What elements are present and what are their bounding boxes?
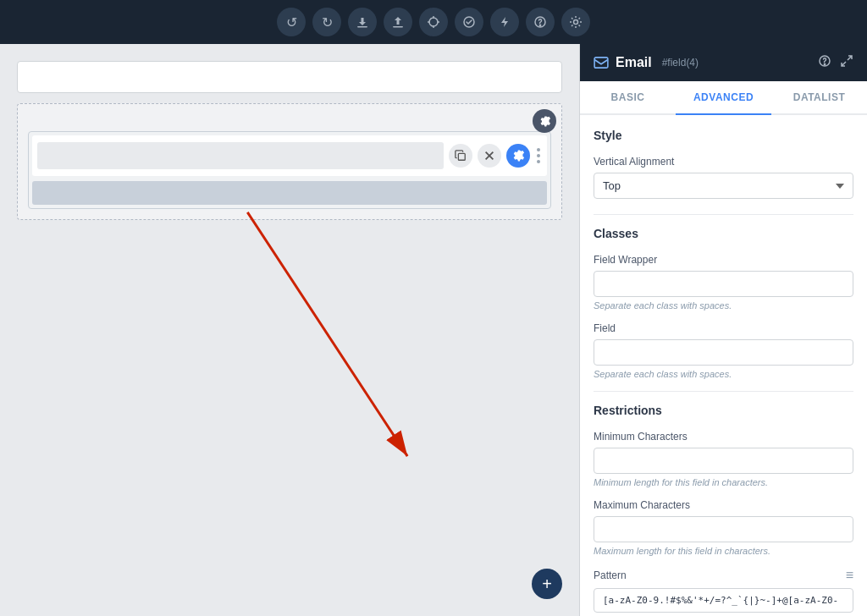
- delete-button[interactable]: [478, 144, 501, 168]
- panel-header-icons: [818, 54, 853, 71]
- svg-rect-0: [357, 26, 367, 28]
- svg-line-15: [247, 212, 407, 456]
- min-chars-label: Minimum Characters: [594, 431, 853, 443]
- max-chars-label: Maximum Characters: [594, 499, 853, 511]
- field-class-input[interactable]: [594, 339, 853, 366]
- pattern-label: Pattern: [594, 569, 627, 581]
- field-input-mock: [37, 142, 444, 169]
- field-settings-button[interactable]: [506, 144, 530, 168]
- field-row: [32, 135, 547, 176]
- panel-header: Email #field(4): [580, 44, 867, 81]
- field-class-hint: Separate each class with spaces.: [594, 369, 853, 379]
- svg-point-10: [574, 20, 578, 25]
- min-chars-hint: Minimum length for this field in charact…: [594, 477, 853, 487]
- section-gear-button[interactable]: [533, 109, 556, 133]
- upload-button[interactable]: [384, 8, 412, 36]
- panel-title: Email: [616, 55, 652, 70]
- svg-rect-11: [458, 153, 465, 160]
- form-section: [17, 103, 562, 220]
- panel-field-id: #field(4): [662, 57, 699, 69]
- panel-title-area: Email #field(4): [594, 55, 699, 70]
- validate-button[interactable]: [455, 8, 483, 36]
- vertical-alignment-select[interactable]: Top Middle Bottom: [594, 173, 853, 199]
- pattern-header: Pattern ≡: [594, 568, 853, 583]
- main-area: + Email #field(4): [0, 44, 867, 616]
- field-wrapper-hint: Separate each class with spaces.: [594, 300, 853, 311]
- canvas-area: +: [0, 44, 579, 616]
- field-wrapper-label: Field Wrapper: [594, 254, 853, 266]
- redo-button[interactable]: ↻: [312, 8, 341, 36]
- field-wrapper-input[interactable]: [594, 271, 853, 297]
- tab-basic[interactable]: BASIC: [580, 81, 676, 113]
- min-chars-input[interactable]: [594, 448, 853, 474]
- top-form-field: [17, 61, 562, 93]
- field-bar: [32, 181, 547, 205]
- right-panel: Email #field(4) BASIC ADVANCED DATALIST …: [579, 44, 867, 616]
- svg-rect-1: [393, 26, 403, 28]
- add-field-button[interactable]: +: [532, 569, 562, 599]
- copy-button[interactable]: [449, 144, 472, 168]
- max-chars-input[interactable]: [594, 516, 853, 542]
- restrictions-section-title: Restrictions: [594, 404, 853, 421]
- tab-advanced[interactable]: ADVANCED: [676, 81, 771, 115]
- help-icon[interactable]: [818, 54, 831, 71]
- email-icon: [594, 57, 609, 69]
- config-button[interactable]: [561, 8, 590, 36]
- svg-point-18: [824, 63, 825, 64]
- field-group: [28, 131, 551, 209]
- classes-section-title: Classes: [594, 227, 853, 244]
- drag-handle[interactable]: [535, 146, 542, 165]
- help-button[interactable]: [526, 8, 555, 36]
- tools-button[interactable]: [419, 8, 448, 36]
- max-chars-hint: Maximum length for this field in charact…: [594, 546, 853, 556]
- panel-tabs: BASIC ADVANCED DATALIST: [580, 81, 867, 115]
- field-class-label: Field: [594, 322, 853, 334]
- download-button[interactable]: [348, 8, 377, 36]
- vertical-alignment-label: Vertical Alignment: [594, 156, 853, 168]
- lightning-button[interactable]: [490, 8, 519, 36]
- svg-point-9: [539, 25, 540, 25]
- svg-rect-16: [594, 58, 608, 68]
- undo-button[interactable]: ↺: [277, 8, 306, 36]
- style-section-title: Style: [594, 129, 853, 146]
- toolbar: ↺ ↻: [0, 0, 867, 44]
- expand-icon[interactable]: [840, 54, 853, 71]
- pattern-menu-icon[interactable]: ≡: [846, 568, 853, 583]
- tab-datalist[interactable]: DATALIST: [771, 81, 867, 113]
- pattern-input[interactable]: [594, 588, 853, 613]
- panel-content: Style Vertical Alignment Top Middle Bott…: [580, 115, 867, 616]
- svg-point-2: [429, 18, 438, 26]
